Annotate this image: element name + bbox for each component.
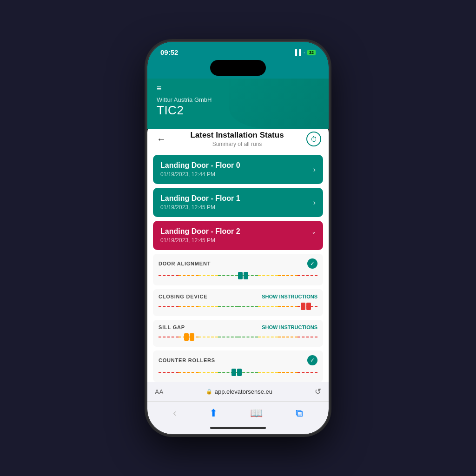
lock-icon: 🔒 [206, 389, 212, 395]
safari-share-button[interactable]: ⬆ [205, 405, 221, 421]
counter-rollers-indicator [231, 369, 242, 376]
floor-card-1[interactable]: Landing Door - Floor 1 01/19/2023, 12:45… [153, 188, 323, 217]
door-alignment-gauge [159, 271, 317, 280]
status-time: 09:52 [160, 48, 178, 56]
floor-1-chevron: › [313, 198, 316, 207]
floor-2-date: 01/19/2023, 12:45 PM [160, 237, 240, 244]
clock-button[interactable]: ⏱ [306, 132, 321, 146]
sill-gap-gauge [159, 333, 317, 341]
floor-0-info: Landing Door - Floor 0 01/19/2023, 12:44… [160, 161, 240, 178]
floor-card-2[interactable]: Landing Door - Floor 2 01/19/2023, 12:45… [153, 221, 323, 250]
home-indicator [210, 427, 266, 429]
browser-bar: AA 🔒 app.elevatorsense.eu ↺ [147, 382, 329, 401]
phone-screen: 09:52 ▐▐ · 32 ≡ Wittur Austria GmbH TIC2… [147, 42, 329, 434]
safari-tabs-button[interactable]: ⧉ [292, 405, 307, 421]
dynamic-island-container [147, 60, 329, 79]
door-alignment-indicator [238, 272, 248, 279]
page-title-block: Latest Installation Status Summary of al… [168, 131, 306, 147]
counter-rollers-row: COUNTER ROLLERS ✓ [153, 350, 323, 382]
counter-rollers-check: ✓ [307, 355, 317, 365]
sill-gap-header: SILL GAP SHOW INSTRUCTIONS [159, 324, 317, 330]
phone-shell: 09:52 ▐▐ · 32 ≡ Wittur Austria GmbH TIC2… [147, 42, 329, 434]
floor-1-info: Landing Door - Floor 1 01/19/2023, 12:45… [160, 194, 240, 211]
door-alignment-header: DOOR ALIGNMENT ✓ [159, 258, 317, 269]
clock-icon: ⏱ [311, 135, 317, 143]
main-content: ← Latest Installation Status Summary of … [147, 123, 329, 434]
browser-aa[interactable]: AA [155, 388, 164, 396]
sill-gap-instructions[interactable]: SHOW INSTRUCTIONS [262, 324, 317, 330]
sill-gap-indicator [184, 333, 194, 341]
back-button[interactable]: ← [155, 132, 168, 146]
app-header: ≡ Wittur Austria GmbH TIC2 [147, 79, 329, 129]
door-alignment-label: DOOR ALIGNMENT [159, 261, 211, 266]
floor-2-name: Landing Door - Floor 2 [160, 227, 240, 236]
floor-1-date: 01/19/2023, 12:45 PM [160, 204, 240, 211]
safari-nav: ‹ ⬆ 📖 ⧉ [147, 401, 329, 423]
closing-device-row: CLOSING DEVICE SHOW INSTRUCTIONS [153, 289, 323, 316]
browser-url-text: app.elevatorsense.eu [215, 388, 272, 395]
dynamic-island [210, 60, 266, 76]
expanded-section: DOOR ALIGNMENT ✓ [147, 250, 329, 382]
signal-icon: ▐▐ [293, 49, 301, 56]
battery-badge: 32 [307, 50, 316, 55]
floor-0-date: 01/19/2023, 12:44 PM [160, 171, 240, 178]
floor-0-chevron: › [313, 165, 316, 174]
floor-0-name: Landing Door - Floor 0 [160, 161, 240, 170]
counter-rollers-gauge [159, 368, 317, 377]
status-icons: ▐▐ · 32 [293, 49, 316, 56]
floor-card-0[interactable]: Landing Door - Floor 0 01/19/2023, 12:44… [153, 155, 323, 184]
floor-1-name: Landing Door - Floor 1 [160, 194, 240, 203]
browser-url-container[interactable]: 🔒 app.elevatorsense.eu [206, 388, 272, 395]
closing-device-gauge [159, 302, 317, 311]
door-alignment-row: DOOR ALIGNMENT ✓ [153, 254, 323, 285]
floor-2-info: Landing Door - Floor 2 01/19/2023, 12:45… [160, 227, 240, 244]
status-bar: 09:52 ▐▐ · 32 [147, 42, 329, 60]
closing-device-indicator [301, 303, 311, 310]
sill-gap-row: SILL GAP SHOW INSTRUCTIONS [153, 320, 323, 347]
door-alignment-check: ✓ [307, 258, 317, 269]
page-title: Latest Installation Status [168, 131, 306, 140]
closing-device-label: CLOSING DEVICE [159, 294, 207, 299]
safari-bookmark-button[interactable]: 📖 [246, 405, 266, 421]
closing-device-header: CLOSING DEVICE SHOW INSTRUCTIONS [159, 294, 317, 299]
closing-device-instructions[interactable]: SHOW INSTRUCTIONS [262, 294, 317, 299]
counter-rollers-header: COUNTER ROLLERS ✓ [159, 355, 317, 365]
page-subtitle: Summary of all runs [168, 141, 306, 147]
browser-refresh-icon[interactable]: ↺ [315, 387, 321, 397]
safari-back-button[interactable]: ‹ [169, 405, 180, 421]
counter-rollers-label: COUNTER ROLLERS [159, 357, 215, 363]
floors-list: Landing Door - Floor 0 01/19/2023, 12:44… [147, 149, 329, 250]
floor-2-chevron: ˅ [312, 231, 316, 240]
wifi-icon: · [304, 49, 305, 56]
header-bg-overlay [229, 79, 329, 129]
sill-gap-label: SILL GAP [159, 324, 185, 330]
home-indicator-container [147, 423, 329, 434]
